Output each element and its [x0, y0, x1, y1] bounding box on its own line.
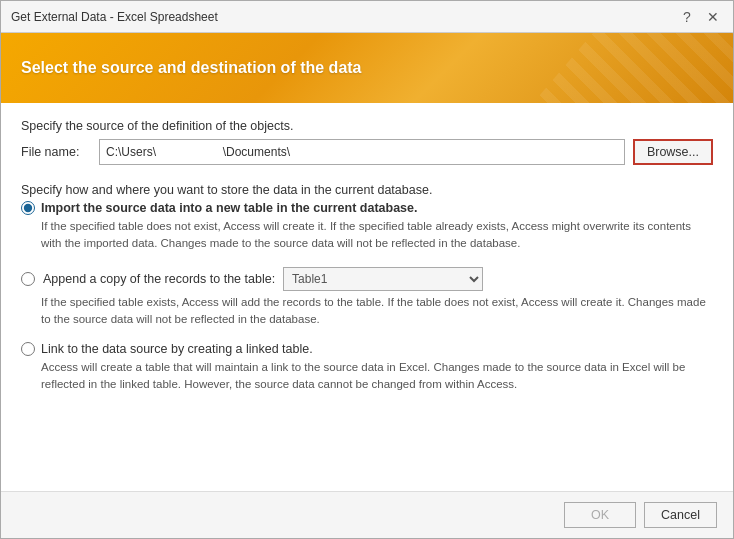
radio-option-import: Import the source data into a new table … — [21, 201, 713, 253]
radio-link-desc: Access will create a table that will mai… — [41, 359, 713, 394]
title-bar: Get External Data - Excel Spreadsheet ? … — [1, 1, 733, 33]
cancel-button[interactable]: Cancel — [644, 502, 717, 528]
radio-group: Import the source data into a new table … — [21, 201, 713, 394]
ok-button[interactable]: OK — [564, 502, 636, 528]
title-bar-controls: ? ✕ — [677, 7, 723, 27]
radio-import[interactable] — [21, 201, 35, 215]
radio-append-label[interactable]: Append a copy of the records to the tabl… — [43, 272, 275, 286]
radio-row-link: Link to the data source by creating a li… — [21, 342, 713, 356]
help-button[interactable]: ? — [677, 7, 697, 27]
radio-link-label[interactable]: Link to the data source by creating a li… — [41, 342, 313, 356]
radio-row-append: Append a copy of the records to the tabl… — [21, 267, 713, 291]
file-row: File name: Browse... — [21, 139, 713, 165]
table-select[interactable]: Table1 — [283, 267, 483, 291]
file-name-label: File name: — [21, 145, 91, 159]
file-source-section: Specify the source of the definition of … — [21, 119, 713, 165]
file-name-input[interactable] — [99, 139, 625, 165]
dialog-footer: OK Cancel — [1, 491, 733, 538]
storage-section: Specify how and where you want to store … — [21, 179, 713, 394]
radio-append[interactable] — [21, 272, 35, 286]
radio-option-append: Append a copy of the records to the tabl… — [21, 267, 713, 329]
radio-append-desc: If the specified table exists, Access wi… — [41, 294, 713, 329]
dialog-body: Specify the source of the definition of … — [1, 103, 733, 491]
header-title: Select the source and destination of the… — [21, 59, 362, 77]
dialog-title: Get External Data - Excel Spreadsheet — [11, 10, 218, 24]
header-banner: Select the source and destination of the… — [1, 33, 733, 103]
browse-button[interactable]: Browse... — [633, 139, 713, 165]
radio-import-desc: If the specified table does not exist, A… — [41, 218, 713, 253]
radio-link[interactable] — [21, 342, 35, 356]
radio-import-label[interactable]: Import the source data into a new table … — [41, 201, 417, 215]
dialog: Get External Data - Excel Spreadsheet ? … — [0, 0, 734, 539]
radio-row-import: Import the source data into a new table … — [21, 201, 713, 215]
storage-specify-label: Specify how and where you want to store … — [21, 183, 713, 197]
file-specify-label: Specify the source of the definition of … — [21, 119, 713, 133]
radio-option-link: Link to the data source by creating a li… — [21, 342, 713, 394]
close-button[interactable]: ✕ — [703, 7, 723, 27]
